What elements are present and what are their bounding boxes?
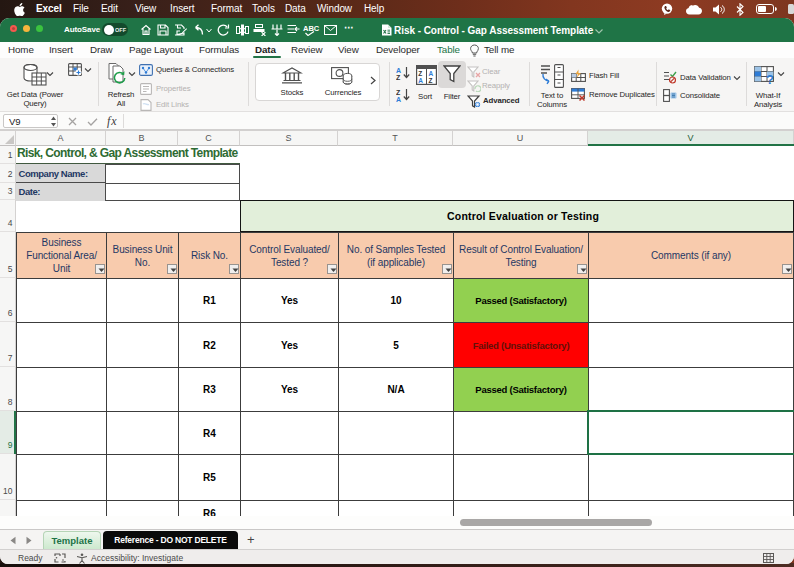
svg-text:A: A <box>396 67 401 74</box>
svg-text:Z: Z <box>396 89 401 96</box>
svg-text:Z: Z <box>429 77 433 84</box>
svg-text:A: A <box>396 96 401 103</box>
svg-text:?: ? <box>766 72 774 85</box>
svg-text:Z: Z <box>396 74 401 81</box>
svg-text:A: A <box>418 77 423 84</box>
